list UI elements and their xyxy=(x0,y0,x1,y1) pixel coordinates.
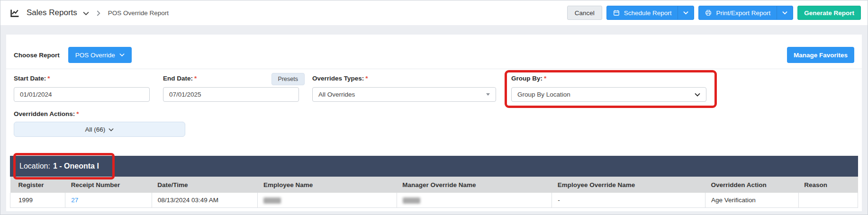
column-header: Employee Override Name xyxy=(552,177,705,193)
location-value: 1 - Oneonta I xyxy=(53,162,99,170)
table-cell xyxy=(397,193,552,207)
table-row: 19992708/13/2024 03:49 AM-Age Verificati… xyxy=(10,193,858,207)
line-chart-icon xyxy=(10,8,20,18)
top-bar: Sales Reports POS Override Report Cancel… xyxy=(0,0,868,25)
start-date-input[interactable] xyxy=(14,87,150,102)
print-export-button[interactable]: Print/Export Report xyxy=(698,6,793,20)
required-marker: * xyxy=(194,75,197,82)
location-group-header: Location: 1 - Oneonta I xyxy=(10,156,858,177)
location-label: Location: xyxy=(19,162,50,170)
overridden-actions-dropdown[interactable]: All (66) xyxy=(14,122,185,137)
print-chevron-down-icon[interactable] xyxy=(777,6,793,19)
overridden-actions-label: Overridden Actions:* xyxy=(14,110,79,117)
required-marker: * xyxy=(365,75,368,82)
table-cell xyxy=(798,193,858,207)
title-chevron-down-icon[interactable] xyxy=(83,11,89,16)
column-header: Register xyxy=(10,177,65,193)
table-cell: Age Verification xyxy=(705,193,798,207)
manage-favorites-button[interactable]: Manage Favorites xyxy=(787,47,854,63)
table-cell xyxy=(258,193,397,207)
chevron-down-icon xyxy=(695,93,700,97)
report-type-chevron-down-icon xyxy=(119,53,125,57)
receipt-link[interactable]: 27 xyxy=(71,197,78,204)
table-cell: - xyxy=(552,193,705,207)
start-date-label: Start Date:* xyxy=(14,75,150,83)
required-marker: * xyxy=(47,75,50,82)
breadcrumb-chevron-right-icon xyxy=(97,10,100,16)
report-panel: Choose Report POS Override Manage Favori… xyxy=(6,35,862,211)
report-type-value: POS Override xyxy=(75,52,115,59)
report-type-dropdown[interactable]: POS Override xyxy=(68,47,132,63)
page-title: Sales Reports xyxy=(27,8,77,18)
table-body: 19992708/13/2024 03:49 AM-Age Verificati… xyxy=(10,193,858,207)
overridden-actions-value: All (66) xyxy=(85,126,106,133)
column-header: Date/Time xyxy=(152,177,258,193)
report-table-section: Location: 1 - Oneonta I RegisterReceipt … xyxy=(10,156,858,208)
column-header: Reason xyxy=(798,177,858,193)
redacted-text xyxy=(403,197,420,204)
group-by-label: Group By:* xyxy=(511,75,706,83)
group-by-value: Group By Location xyxy=(517,91,570,98)
print-export-label: Print/Export Report xyxy=(716,9,770,17)
printer-icon xyxy=(705,9,712,16)
required-marker: * xyxy=(76,110,79,117)
schedule-chevron-down-icon[interactable] xyxy=(678,6,694,19)
overrides-types-select[interactable]: All Overrides xyxy=(312,87,496,102)
table-cell: 1999 xyxy=(10,193,65,207)
column-header: Manager Override Name xyxy=(397,177,552,193)
group-by-select[interactable]: Group By Location xyxy=(511,87,706,102)
redacted-text xyxy=(263,197,281,204)
overrides-types-label: Overrides Types:* xyxy=(312,75,496,83)
cancel-button[interactable]: Cancel xyxy=(567,6,602,20)
end-date-input[interactable] xyxy=(163,87,299,102)
schedule-report-label: Schedule Report xyxy=(624,9,672,17)
page-body: Choose Report POS Override Manage Favori… xyxy=(0,25,868,211)
required-marker: * xyxy=(544,75,546,82)
breadcrumb: POS Override Report xyxy=(108,9,169,17)
column-header: Employee Name xyxy=(258,177,397,193)
column-header: Receipt Number xyxy=(65,177,152,193)
column-header: Overridden Action xyxy=(705,177,798,193)
table-cell: 27 xyxy=(65,193,152,207)
presets-button[interactable]: Presets xyxy=(271,73,305,85)
table-header-row: RegisterReceipt NumberDate/TimeEmployee … xyxy=(10,177,858,193)
caret-down-icon xyxy=(486,93,490,96)
calendar-icon xyxy=(613,9,620,16)
report-table: RegisterReceipt NumberDate/TimeEmployee … xyxy=(10,177,858,208)
generate-report-button[interactable]: Generate Report xyxy=(797,6,861,20)
table-cell: 08/13/2024 03:49 AM xyxy=(152,193,258,207)
choose-report-label: Choose Report xyxy=(14,52,60,59)
chevron-down-icon xyxy=(108,128,114,132)
overrides-types-value: All Overrides xyxy=(318,91,355,98)
schedule-report-button[interactable]: Schedule Report xyxy=(606,6,695,20)
